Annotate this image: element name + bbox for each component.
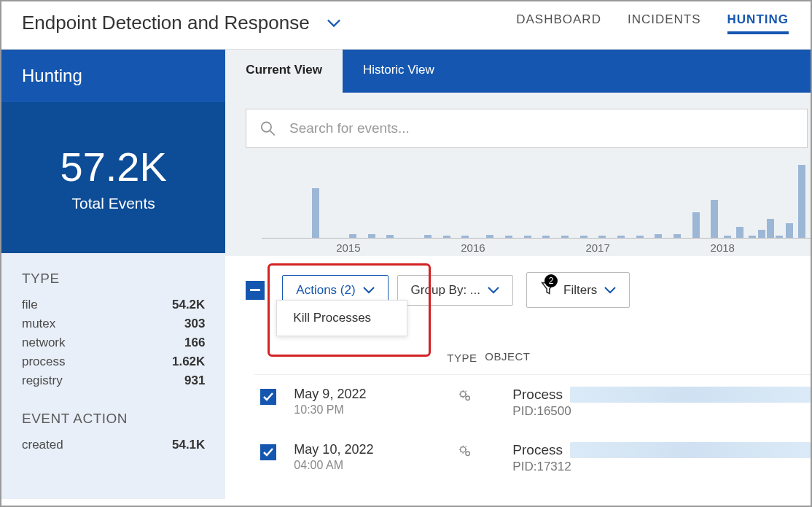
row-time: May 9, 2022 10:30 PM	[294, 387, 440, 417]
chevron-down-icon[interactable]	[327, 19, 340, 28]
search-box[interactable]	[246, 109, 808, 148]
row-object: Process PID:16500	[512, 387, 811, 419]
filter-badge-count: 2	[544, 274, 558, 287]
search-icon	[259, 120, 276, 137]
svg-point-5	[466, 452, 470, 456]
filters-button[interactable]: 2 Filters	[526, 272, 630, 308]
row-time: May 10, 2022 04:00 AM	[294, 442, 440, 472]
filters-label: Filters	[563, 283, 597, 298]
facet-row-mutex[interactable]: mutex303	[22, 314, 205, 333]
header-object[interactable]: OBJECT	[485, 350, 811, 364]
sidebar-title: Hunting	[22, 66, 205, 86]
facet-row-registry[interactable]: registry931	[22, 371, 205, 390]
actions-label: Actions (2)	[296, 283, 355, 298]
redacted-name	[570, 442, 811, 458]
sidebar-header: Hunting	[1, 50, 225, 102]
header-type[interactable]: TYPE	[447, 350, 485, 364]
nav-dashboard[interactable]: DASHBOARD	[516, 12, 601, 34]
nav-hunting[interactable]: HUNTING	[727, 12, 789, 34]
facet-event-action: EVENT ACTION created54.1K	[22, 411, 205, 454]
search-input[interactable]	[289, 120, 794, 136]
group-by-label: Group By: ...	[411, 283, 480, 298]
facet-row-file[interactable]: file54.2K	[22, 295, 205, 314]
hero-stats: 57.2K Total Events	[1, 102, 225, 253]
facets: TYPE file54.2K mutex303 network166 proce…	[1, 253, 225, 492]
row-object: Process PID:17312	[512, 442, 811, 474]
controls-row: Actions (2) Group By: ... 2 Filters Kill…	[225, 256, 811, 308]
group-by-button[interactable]: Group By: ...	[397, 275, 513, 306]
row-checkbox[interactable]	[260, 389, 276, 405]
facet-title-action: EVENT ACTION	[22, 411, 205, 427]
facet-title-type: TYPE	[22, 271, 205, 287]
top-header: Endpoint Detection and Response DASHBOAR…	[1, 1, 811, 50]
chevron-down-icon	[488, 287, 499, 294]
process-icon	[457, 387, 495, 407]
select-all-checkbox[interactable]	[246, 281, 265, 300]
filter-icon: 2	[540, 280, 556, 300]
chevron-down-icon	[363, 287, 375, 294]
top-nav: DASHBOARD INCIDENTS HUNTING	[516, 12, 789, 34]
content: Current View Historic View 2015201620172…	[225, 50, 811, 499]
app-title: Endpoint Detection and Response	[22, 12, 310, 34]
chevron-down-icon	[604, 287, 616, 294]
svg-point-0	[262, 122, 271, 131]
row-checkbox[interactable]	[260, 444, 276, 460]
facet-row-process[interactable]: process1.62K	[22, 352, 205, 371]
action-kill-processes[interactable]: Kill Processes	[293, 311, 391, 325]
facet-type: TYPE file54.2K mutex303 network166 proce…	[22, 271, 205, 390]
actions-dropdown: Kill Processes	[276, 300, 407, 336]
redacted-name	[570, 387, 811, 403]
search-zone	[225, 93, 811, 148]
table-row: May 9, 2022 10:30 PM Process PID:16500	[254, 375, 811, 430]
nav-incidents[interactable]: INCIDENTS	[628, 12, 701, 34]
timeline-chart[interactable]: 2015201620172018	[225, 148, 811, 256]
app-title-group: Endpoint Detection and Response	[22, 12, 340, 34]
tabs-bar: Current View Historic View	[225, 50, 811, 93]
svg-line-1	[270, 131, 276, 136]
total-events-label: Total Events	[1, 195, 225, 212]
total-events-count: 57.2K	[1, 143, 225, 190]
sidebar: Hunting 57.2K Total Events TYPE file54.2…	[1, 50, 225, 499]
facet-row-created[interactable]: created54.1K	[22, 436, 205, 454]
table-row: May 10, 2022 04:00 AM Process PID:17312	[254, 430, 811, 486]
facet-row-network[interactable]: network166	[22, 333, 205, 352]
table-header: TIME TYPE OBJECT	[254, 350, 811, 375]
svg-point-3	[466, 396, 470, 400]
process-icon	[457, 442, 495, 463]
tab-current-view[interactable]: Current View	[225, 50, 343, 93]
tab-historic-view[interactable]: Historic View	[343, 50, 455, 93]
